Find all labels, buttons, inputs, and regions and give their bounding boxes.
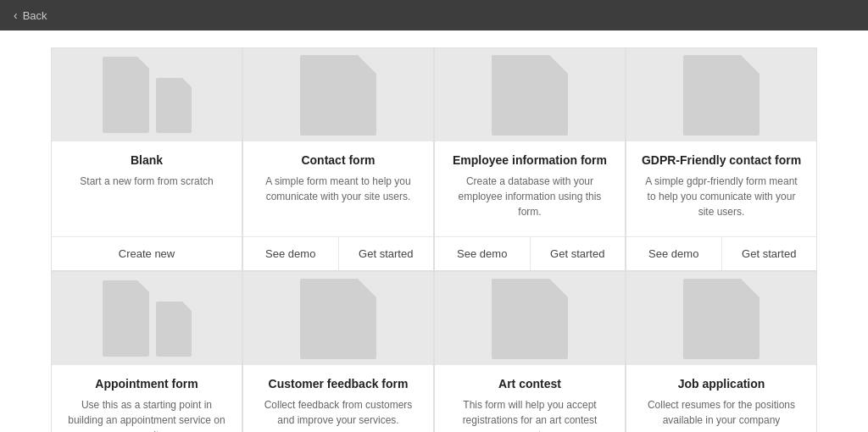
template-preview-feedback: [243, 272, 433, 365]
template-name-blank: Blank: [65, 153, 228, 167]
appointment-shape-small: [156, 302, 192, 357]
template-preview-appointment: [52, 272, 242, 365]
appointment-shape-tall: [103, 280, 149, 357]
template-actions-employee: See demo Get started: [435, 236, 625, 270]
back-arrow-icon: ‹: [14, 8, 18, 22]
see-demo-contact-button[interactable]: See demo: [243, 237, 339, 270]
template-name-job: Job application: [640, 377, 803, 390]
template-preview-employee: [435, 48, 625, 141]
template-card-art: Art contest This form will help you acce…: [434, 271, 626, 432]
template-info-appointment: Appointment form Use this as a starting …: [52, 365, 242, 432]
template-name-contact: Contact form: [257, 153, 420, 167]
see-demo-employee-button[interactable]: See demo: [435, 237, 531, 270]
see-demo-gdpr-button[interactable]: See demo: [626, 237, 722, 270]
template-preview-blank: [52, 48, 242, 141]
template-preview-contact: [243, 48, 433, 141]
create-new-button[interactable]: Create new: [52, 237, 242, 270]
template-name-appointment: Appointment form: [65, 377, 228, 390]
get-started-employee-button[interactable]: Get started: [531, 237, 626, 270]
blank-shape-small: [156, 78, 192, 133]
topbar: ‹ Back: [0, 0, 868, 30]
template-rows: Blank Start a new form from scratch Crea…: [51, 47, 817, 432]
template-info-employee: Employee information form Create a datab…: [435, 141, 625, 228]
template-preview-job: [626, 272, 816, 365]
template-actions-gdpr: See demo Get started: [626, 236, 816, 270]
template-desc-employee: Create a database with your employee inf…: [448, 174, 611, 219]
template-card-blank: Blank Start a new form from scratch Crea…: [51, 47, 242, 271]
appointment-preview-shapes: [103, 280, 192, 357]
template-card-feedback: Customer feedback form Collect feedback …: [242, 271, 434, 432]
template-grid-row2: Appointment form Use this as a starting …: [51, 271, 817, 432]
template-info-art: Art contest This form will help you acce…: [435, 365, 625, 432]
employee-form-icon: [492, 55, 568, 136]
template-info-gdpr: GDPR-Friendly contact form A simple gdpr…: [626, 141, 816, 228]
back-label: Back: [23, 9, 47, 22]
feedback-form-icon: [300, 279, 376, 359]
blank-preview-shapes: [103, 57, 192, 133]
get-started-gdpr-button[interactable]: Get started: [722, 237, 817, 270]
template-desc-blank: Start a new form from scratch: [65, 174, 228, 189]
template-info-contact: Contact form A simple form meant to help…: [243, 141, 433, 228]
template-info-job: Job application Collect resumes for the …: [626, 365, 816, 432]
template-preview-gdpr: [626, 48, 816, 141]
template-name-art: Art contest: [448, 377, 611, 390]
template-card-employee: Employee information form Create a datab…: [434, 47, 626, 271]
template-info-feedback: Customer feedback form Collect feedback …: [243, 365, 433, 432]
template-desc-job: Collect resumes for the positions availa…: [640, 397, 803, 428]
template-name-employee: Employee information form: [448, 153, 611, 167]
template-actions-contact: See demo Get started: [243, 236, 433, 270]
job-form-icon: [683, 279, 760, 359]
template-desc-appointment: Use this as a starting point in building…: [65, 397, 228, 432]
gdpr-form-icon: [683, 55, 760, 136]
template-desc-contact: A simple form meant to help you comunica…: [257, 174, 420, 204]
back-button[interactable]: ‹ Back: [14, 8, 47, 22]
template-desc-art: This form will help you accept registrat…: [448, 397, 611, 432]
template-card-gdpr: GDPR-Friendly contact form A simple gdpr…: [626, 47, 817, 271]
art-form-icon: [492, 279, 568, 359]
get-started-contact-button[interactable]: Get started: [339, 237, 434, 270]
template-info-blank: Blank Start a new form from scratch: [52, 141, 242, 228]
template-card-contact: Contact form A simple form meant to help…: [242, 47, 434, 271]
main-content: Blank Start a new form from scratch Crea…: [0, 30, 868, 432]
template-grid-row1: Blank Start a new form from scratch Crea…: [51, 47, 817, 271]
template-name-gdpr: GDPR-Friendly contact form: [640, 153, 803, 167]
template-actions-blank: Create new: [52, 236, 242, 270]
template-desc-feedback: Collect feedback from customers and impr…: [257, 397, 420, 428]
contact-form-icon: [300, 55, 376, 136]
template-card-appointment: Appointment form Use this as a starting …: [51, 271, 242, 432]
template-card-job: Job application Collect resumes for the …: [626, 271, 817, 432]
template-desc-gdpr: A simple gdpr-friendly form meant to hel…: [640, 174, 803, 219]
template-name-feedback: Customer feedback form: [257, 377, 420, 390]
blank-shape-tall: [103, 57, 149, 133]
template-preview-art: [435, 272, 625, 365]
